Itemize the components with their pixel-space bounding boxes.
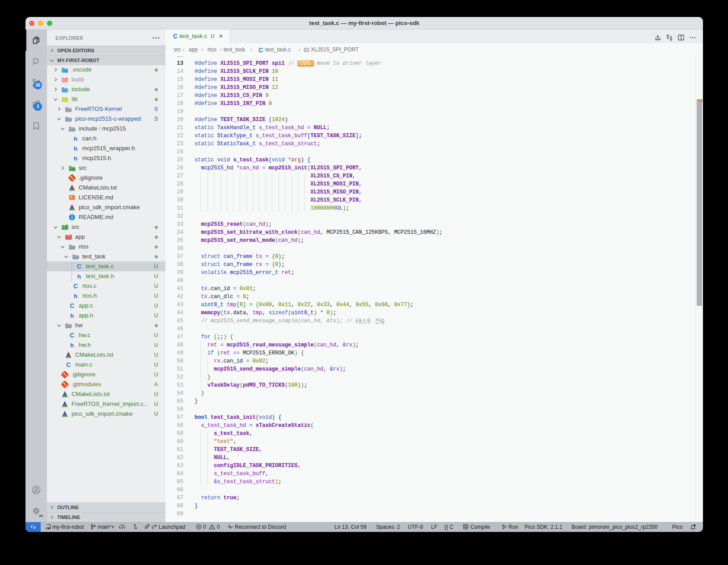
svg-text:h: h bbox=[70, 312, 74, 319]
svg-text:h: h bbox=[74, 145, 77, 152]
svg-text:C: C bbox=[66, 361, 71, 368]
svg-text:h: h bbox=[70, 342, 74, 349]
svg-text:C: C bbox=[70, 332, 74, 339]
svg-text:C: C bbox=[77, 263, 81, 270]
svg-text:h: h bbox=[74, 135, 77, 142]
svg-text:h: h bbox=[77, 273, 81, 280]
svg-text:C: C bbox=[258, 46, 263, 54]
svg-text:C: C bbox=[173, 33, 178, 40]
svg-text:C: C bbox=[70, 302, 74, 309]
svg-text:h: h bbox=[74, 155, 77, 162]
svg-text:C: C bbox=[73, 282, 78, 290]
svg-text:h: h bbox=[74, 293, 77, 299]
